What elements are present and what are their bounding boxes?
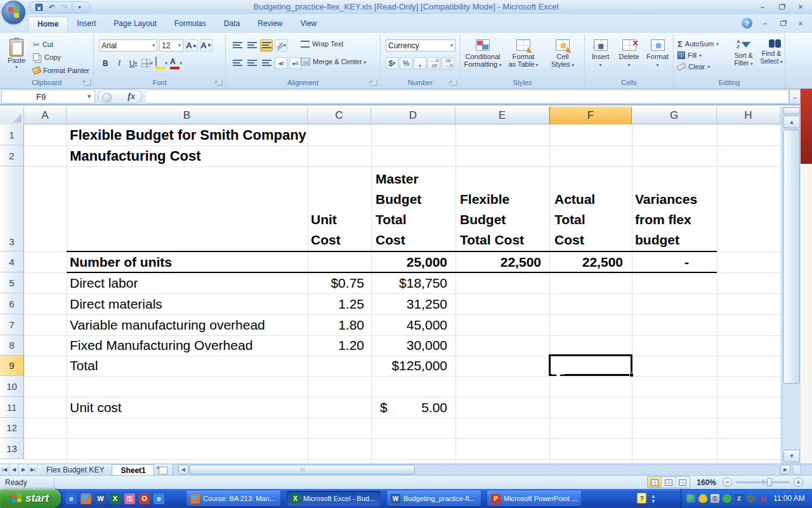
font-dialog-launcher[interactable] xyxy=(216,79,223,86)
zoom-out-button[interactable]: − xyxy=(723,478,732,487)
font-size-select[interactable]: 12▾ xyxy=(159,39,183,51)
tray-shield-icon[interactable] xyxy=(698,494,707,503)
cell-g3[interactable]: Variances from flex budget xyxy=(635,166,716,251)
align-right-button[interactable] xyxy=(260,57,273,69)
hidden-icons-chevron[interactable]: ▴▾ xyxy=(652,493,655,504)
tab-split-handle[interactable] xyxy=(793,465,801,474)
conditional-formatting-button[interactable]: Conditional Formatting xyxy=(463,37,502,79)
expand-formula-bar-button[interactable]: ⌄ xyxy=(789,90,801,104)
tray-key-icon[interactable]: ⚿ xyxy=(710,494,719,503)
cell-f3[interactable]: Actual Total Cost xyxy=(554,166,631,251)
font-color-button[interactable]: A xyxy=(169,57,183,69)
tray-z-icon[interactable]: Z xyxy=(735,494,743,503)
sheet-grid[interactable]: Flexible Budget for Smith Company Manufa… xyxy=(24,124,782,464)
decrease-indent-button[interactable]: ◂≡ xyxy=(275,57,287,69)
column-header-f[interactable]: F xyxy=(549,107,632,124)
increase-indent-button[interactable]: ▸≡ xyxy=(289,57,302,69)
autosum-button[interactable]: Σ AutoSum xyxy=(678,38,719,50)
orientation-button[interactable]: ab xyxy=(275,39,287,51)
restore-button[interactable] xyxy=(775,2,788,11)
align-left-button[interactable] xyxy=(231,57,244,69)
column-header-g[interactable]: G xyxy=(632,107,717,124)
underline-button[interactable]: U xyxy=(127,57,140,69)
previous-sheet-button[interactable]: ◀ xyxy=(10,464,19,475)
normal-view-button[interactable] xyxy=(648,477,662,488)
horizontal-scroll-thumb[interactable] xyxy=(190,465,415,474)
cell-d4[interactable]: 25,000 xyxy=(371,251,455,272)
align-middle-button[interactable] xyxy=(246,39,258,51)
comma-style-button[interactable]: , xyxy=(414,57,426,69)
page-break-view-button[interactable] xyxy=(676,477,690,488)
row-header-6[interactable]: 6 xyxy=(0,293,24,314)
zoom-in-button[interactable]: + xyxy=(794,478,803,487)
cell-b5[interactable]: Direct labor xyxy=(70,272,138,293)
cell-d11[interactable]: $ 5.00 xyxy=(371,397,455,418)
taskbar-button-word-budgeting[interactable]: W Budgeting_practice-fl... xyxy=(387,491,481,506)
format-cells-button[interactable]: Format xyxy=(643,37,672,79)
cell-d9[interactable]: $125,000 xyxy=(371,355,455,376)
cell-b9[interactable]: Total xyxy=(70,355,98,376)
selected-cell-f9[interactable] xyxy=(549,354,632,376)
number-format-select[interactable]: Currency▾ xyxy=(386,39,455,51)
insert-function-area[interactable]: fx xyxy=(98,90,142,104)
sort-filter-button[interactable]: AZ Sort & Filter xyxy=(730,37,757,79)
italic-button[interactable]: I xyxy=(113,57,126,69)
column-header-c[interactable]: C xyxy=(308,107,371,124)
next-sheet-button[interactable]: ▶ xyxy=(19,464,29,475)
cell-c7[interactable]: 1.80 xyxy=(308,314,371,335)
select-all-corner[interactable] xyxy=(0,107,24,124)
minimize-button[interactable]: – xyxy=(756,2,769,11)
cell-b8[interactable]: Fixed Manufacturing Overhead xyxy=(70,335,252,356)
column-header-a[interactable]: A xyxy=(24,107,67,124)
alignment-dialog-launcher[interactable] xyxy=(371,79,377,86)
tray-network-icon[interactable] xyxy=(686,494,695,503)
word-quicklaunch-icon[interactable]: W xyxy=(95,493,106,504)
row-header-2[interactable]: 2 xyxy=(0,145,24,166)
horizontal-scrollbar[interactable]: ◀ ▶ xyxy=(177,464,812,475)
vertical-scroll-thumb[interactable] xyxy=(783,130,800,384)
delete-cells-button[interactable]: ✕ Delete xyxy=(615,37,643,79)
clear-button[interactable]: Clear xyxy=(678,61,719,72)
scroll-up-button[interactable]: ▲ xyxy=(783,116,800,128)
taskbar-button-powerpoint[interactable]: P Microsoft PowerPoint ... xyxy=(487,491,581,506)
cell-c3[interactable]: Unit Cost xyxy=(311,166,369,251)
clipboard-dialog-launcher[interactable] xyxy=(84,79,91,86)
name-box-arrow[interactable]: ▼ xyxy=(86,93,92,100)
firefox-quicklaunch-icon[interactable] xyxy=(81,493,91,504)
first-sheet-button[interactable]: |◀ xyxy=(0,464,10,475)
zoom-level[interactable]: 160% xyxy=(697,478,716,487)
tab-data[interactable]: Data xyxy=(215,17,249,33)
taskbar-button-firefox-course[interactable]: Course: BA 213: Man... xyxy=(187,491,280,506)
increase-decimal-button[interactable]: ←.0.00 xyxy=(428,57,440,69)
cell-styles-button[interactable]: Cell Styles xyxy=(543,37,582,79)
row-header-8[interactable]: 8 xyxy=(0,335,24,356)
cell-d5[interactable]: $18,750 xyxy=(371,272,455,293)
cell-d8[interactable]: 30,000 xyxy=(371,335,455,356)
workbook-minimize-button[interactable]: – xyxy=(760,20,770,27)
tab-insert[interactable]: Insert xyxy=(68,17,105,33)
taskbar-button-excel[interactable]: X Microsoft Excel - Bud... xyxy=(287,491,381,506)
scroll-down-button[interactable]: ▼ xyxy=(783,450,800,462)
column-header-d[interactable]: D xyxy=(371,107,455,124)
row-header-5[interactable]: 5 xyxy=(0,272,24,293)
cell-b2[interactable]: Manufacturing Cost xyxy=(70,145,463,166)
paste-dropdown-arrow[interactable]: ▾ xyxy=(4,64,29,70)
percent-style-button[interactable]: % xyxy=(400,57,412,69)
tab-page-layout[interactable]: Page Layout xyxy=(105,17,165,33)
tray-green-app-icon[interactable] xyxy=(723,494,731,503)
cell-f4[interactable]: 22,500 xyxy=(549,251,632,272)
find-select-button[interactable]: Find & Select xyxy=(757,37,785,79)
sheet-tab-flex-budget-key[interactable]: Flex Budget KEY xyxy=(38,464,112,475)
last-sheet-button[interactable]: ▶| xyxy=(29,464,38,475)
decrease-decimal-button[interactable]: .00→.0 xyxy=(442,57,454,69)
cell-b6[interactable]: Direct materials xyxy=(70,293,162,314)
close-button[interactable]: × xyxy=(794,2,807,11)
number-dialog-launcher[interactable] xyxy=(451,79,457,86)
cell-b7[interactable]: Variable manufacturing overhead xyxy=(70,314,265,335)
grow-font-button[interactable]: A▲ xyxy=(185,39,198,51)
start-button[interactable]: start xyxy=(0,489,61,508)
excel-quicklaunch-icon[interactable]: X xyxy=(110,493,121,504)
tray-n-icon[interactable]: N xyxy=(759,494,768,503)
workbook-close-button[interactable]: × xyxy=(796,20,806,27)
ie2-quicklaunch-icon[interactable]: e xyxy=(154,493,164,504)
